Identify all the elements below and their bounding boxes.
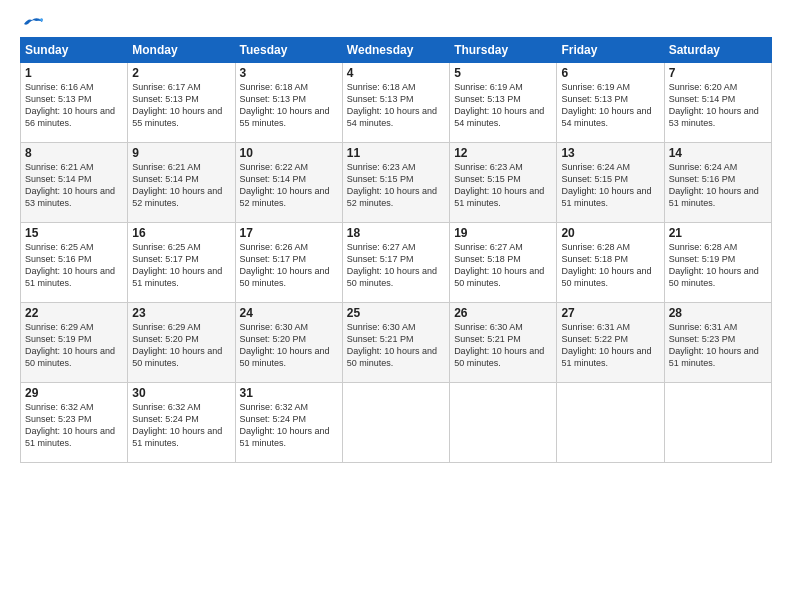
day-cell: 9 Sunrise: 6:21 AMSunset: 5:14 PMDayligh…	[128, 143, 235, 223]
day-info: Sunrise: 6:30 AMSunset: 5:21 PMDaylight:…	[454, 322, 544, 368]
logo-bird-icon	[22, 16, 44, 32]
day-info: Sunrise: 6:17 AMSunset: 5:13 PMDaylight:…	[132, 82, 222, 128]
day-cell: 21 Sunrise: 6:28 AMSunset: 5:19 PMDaylig…	[664, 223, 771, 303]
week-row-2: 8 Sunrise: 6:21 AMSunset: 5:14 PMDayligh…	[21, 143, 772, 223]
day-number: 17	[240, 226, 338, 240]
day-number: 12	[454, 146, 552, 160]
day-number: 30	[132, 386, 230, 400]
day-cell: 30 Sunrise: 6:32 AMSunset: 5:24 PMDaylig…	[128, 383, 235, 463]
day-info: Sunrise: 6:30 AMSunset: 5:20 PMDaylight:…	[240, 322, 330, 368]
day-cell: 10 Sunrise: 6:22 AMSunset: 5:14 PMDaylig…	[235, 143, 342, 223]
day-info: Sunrise: 6:31 AMSunset: 5:22 PMDaylight:…	[561, 322, 651, 368]
day-cell: 2 Sunrise: 6:17 AMSunset: 5:13 PMDayligh…	[128, 63, 235, 143]
weekday-header-thursday: Thursday	[450, 38, 557, 63]
day-info: Sunrise: 6:16 AMSunset: 5:13 PMDaylight:…	[25, 82, 115, 128]
day-number: 5	[454, 66, 552, 80]
day-info: Sunrise: 6:23 AMSunset: 5:15 PMDaylight:…	[347, 162, 437, 208]
day-cell: 15 Sunrise: 6:25 AMSunset: 5:16 PMDaylig…	[21, 223, 128, 303]
day-info: Sunrise: 6:29 AMSunset: 5:20 PMDaylight:…	[132, 322, 222, 368]
day-number: 2	[132, 66, 230, 80]
day-cell: 14 Sunrise: 6:24 AMSunset: 5:16 PMDaylig…	[664, 143, 771, 223]
day-number: 18	[347, 226, 445, 240]
day-info: Sunrise: 6:26 AMSunset: 5:17 PMDaylight:…	[240, 242, 330, 288]
week-row-1: 1 Sunrise: 6:16 AMSunset: 5:13 PMDayligh…	[21, 63, 772, 143]
day-info: Sunrise: 6:21 AMSunset: 5:14 PMDaylight:…	[25, 162, 115, 208]
day-cell: 25 Sunrise: 6:30 AMSunset: 5:21 PMDaylig…	[342, 303, 449, 383]
day-info: Sunrise: 6:19 AMSunset: 5:13 PMDaylight:…	[561, 82, 651, 128]
day-cell: 22 Sunrise: 6:29 AMSunset: 5:19 PMDaylig…	[21, 303, 128, 383]
day-number: 11	[347, 146, 445, 160]
day-cell	[450, 383, 557, 463]
day-cell: 19 Sunrise: 6:27 AMSunset: 5:18 PMDaylig…	[450, 223, 557, 303]
day-number: 3	[240, 66, 338, 80]
day-number: 20	[561, 226, 659, 240]
day-info: Sunrise: 6:25 AMSunset: 5:16 PMDaylight:…	[25, 242, 115, 288]
logo	[20, 18, 44, 29]
day-number: 21	[669, 226, 767, 240]
day-cell: 5 Sunrise: 6:19 AMSunset: 5:13 PMDayligh…	[450, 63, 557, 143]
day-cell: 17 Sunrise: 6:26 AMSunset: 5:17 PMDaylig…	[235, 223, 342, 303]
day-info: Sunrise: 6:29 AMSunset: 5:19 PMDaylight:…	[25, 322, 115, 368]
day-info: Sunrise: 6:18 AMSunset: 5:13 PMDaylight:…	[240, 82, 330, 128]
day-info: Sunrise: 6:20 AMSunset: 5:14 PMDaylight:…	[669, 82, 759, 128]
day-cell: 4 Sunrise: 6:18 AMSunset: 5:13 PMDayligh…	[342, 63, 449, 143]
day-info: Sunrise: 6:30 AMSunset: 5:21 PMDaylight:…	[347, 322, 437, 368]
day-cell	[664, 383, 771, 463]
day-cell: 16 Sunrise: 6:25 AMSunset: 5:17 PMDaylig…	[128, 223, 235, 303]
weekday-header-sunday: Sunday	[21, 38, 128, 63]
day-info: Sunrise: 6:28 AMSunset: 5:19 PMDaylight:…	[669, 242, 759, 288]
day-cell: 31 Sunrise: 6:32 AMSunset: 5:24 PMDaylig…	[235, 383, 342, 463]
day-cell: 1 Sunrise: 6:16 AMSunset: 5:13 PMDayligh…	[21, 63, 128, 143]
day-number: 23	[132, 306, 230, 320]
weekday-header-saturday: Saturday	[664, 38, 771, 63]
week-row-4: 22 Sunrise: 6:29 AMSunset: 5:19 PMDaylig…	[21, 303, 772, 383]
day-cell: 27 Sunrise: 6:31 AMSunset: 5:22 PMDaylig…	[557, 303, 664, 383]
day-cell: 28 Sunrise: 6:31 AMSunset: 5:23 PMDaylig…	[664, 303, 771, 383]
day-cell: 18 Sunrise: 6:27 AMSunset: 5:17 PMDaylig…	[342, 223, 449, 303]
day-info: Sunrise: 6:22 AMSunset: 5:14 PMDaylight:…	[240, 162, 330, 208]
day-cell: 23 Sunrise: 6:29 AMSunset: 5:20 PMDaylig…	[128, 303, 235, 383]
day-cell: 11 Sunrise: 6:23 AMSunset: 5:15 PMDaylig…	[342, 143, 449, 223]
day-number: 27	[561, 306, 659, 320]
day-number: 22	[25, 306, 123, 320]
day-number: 25	[347, 306, 445, 320]
day-number: 9	[132, 146, 230, 160]
day-number: 1	[25, 66, 123, 80]
day-cell: 29 Sunrise: 6:32 AMSunset: 5:23 PMDaylig…	[21, 383, 128, 463]
day-number: 28	[669, 306, 767, 320]
day-info: Sunrise: 6:31 AMSunset: 5:23 PMDaylight:…	[669, 322, 759, 368]
day-info: Sunrise: 6:24 AMSunset: 5:16 PMDaylight:…	[669, 162, 759, 208]
weekday-header-tuesday: Tuesday	[235, 38, 342, 63]
day-number: 24	[240, 306, 338, 320]
day-info: Sunrise: 6:19 AMSunset: 5:13 PMDaylight:…	[454, 82, 544, 128]
week-row-3: 15 Sunrise: 6:25 AMSunset: 5:16 PMDaylig…	[21, 223, 772, 303]
day-info: Sunrise: 6:27 AMSunset: 5:18 PMDaylight:…	[454, 242, 544, 288]
day-number: 4	[347, 66, 445, 80]
weekday-header-monday: Monday	[128, 38, 235, 63]
day-info: Sunrise: 6:21 AMSunset: 5:14 PMDaylight:…	[132, 162, 222, 208]
day-number: 6	[561, 66, 659, 80]
weekday-header-row: SundayMondayTuesdayWednesdayThursdayFrid…	[21, 38, 772, 63]
day-number: 10	[240, 146, 338, 160]
weekday-header-wednesday: Wednesday	[342, 38, 449, 63]
day-cell: 13 Sunrise: 6:24 AMSunset: 5:15 PMDaylig…	[557, 143, 664, 223]
day-info: Sunrise: 6:25 AMSunset: 5:17 PMDaylight:…	[132, 242, 222, 288]
day-number: 26	[454, 306, 552, 320]
day-number: 19	[454, 226, 552, 240]
day-info: Sunrise: 6:23 AMSunset: 5:15 PMDaylight:…	[454, 162, 544, 208]
day-info: Sunrise: 6:24 AMSunset: 5:15 PMDaylight:…	[561, 162, 651, 208]
day-number: 7	[669, 66, 767, 80]
weekday-header-friday: Friday	[557, 38, 664, 63]
day-info: Sunrise: 6:32 AMSunset: 5:24 PMDaylight:…	[240, 402, 330, 448]
page: SundayMondayTuesdayWednesdayThursdayFrid…	[0, 0, 792, 612]
day-number: 8	[25, 146, 123, 160]
day-info: Sunrise: 6:32 AMSunset: 5:23 PMDaylight:…	[25, 402, 115, 448]
day-cell: 12 Sunrise: 6:23 AMSunset: 5:15 PMDaylig…	[450, 143, 557, 223]
day-cell: 6 Sunrise: 6:19 AMSunset: 5:13 PMDayligh…	[557, 63, 664, 143]
day-number: 14	[669, 146, 767, 160]
day-cell: 24 Sunrise: 6:30 AMSunset: 5:20 PMDaylig…	[235, 303, 342, 383]
day-cell: 8 Sunrise: 6:21 AMSunset: 5:14 PMDayligh…	[21, 143, 128, 223]
day-info: Sunrise: 6:18 AMSunset: 5:13 PMDaylight:…	[347, 82, 437, 128]
header	[20, 18, 772, 29]
day-number: 31	[240, 386, 338, 400]
